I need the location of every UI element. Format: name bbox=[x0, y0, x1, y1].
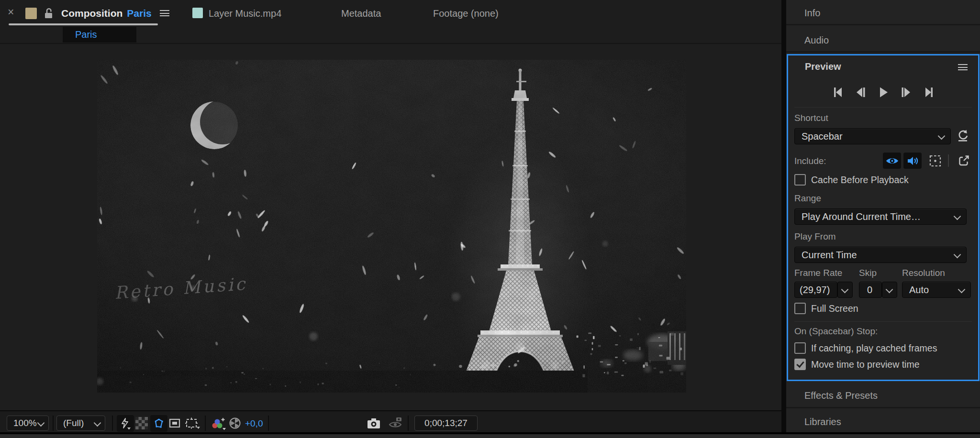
shortcut-value: Spacebar bbox=[802, 131, 843, 142]
viewer-toolbar: 100% (Full) bbox=[0, 410, 781, 435]
play-icon bbox=[877, 86, 890, 99]
close-panel-icon[interactable]: × bbox=[8, 6, 14, 18]
viewer-tab-strip: Paris bbox=[0, 27, 781, 44]
eye-icon bbox=[886, 156, 899, 165]
full-screen-checkbox[interactable] bbox=[794, 303, 806, 314]
composition-tab-name: Paris bbox=[127, 8, 151, 19]
libraries-label: Libraries bbox=[804, 416, 841, 427]
shortcut-dropdown[interactable]: Spacebar bbox=[794, 128, 951, 144]
timecode-field[interactable]: 0;00;13;27 bbox=[414, 416, 478, 431]
chevron-down-icon bbox=[954, 251, 961, 259]
tab-composition[interactable]: Composition Paris bbox=[61, 6, 169, 21]
noise-grain bbox=[97, 60, 686, 393]
composition-preview-image: Retro Music bbox=[97, 60, 686, 393]
region-of-interest-icon bbox=[168, 417, 181, 429]
range-value: Play Around Current Time… bbox=[802, 211, 921, 222]
after-effects-window: × Composition Paris Layer Music.mp4 Meta… bbox=[0, 0, 980, 438]
step-back-icon bbox=[855, 86, 867, 99]
chevron-down-icon bbox=[37, 419, 45, 427]
resolution-dropdown-preview[interactable]: Auto bbox=[902, 282, 971, 298]
checkerboard-icon bbox=[135, 417, 148, 429]
frame-rate-value: (29,97) bbox=[800, 285, 830, 295]
include-divider bbox=[948, 154, 949, 167]
unlock-icon[interactable] bbox=[44, 7, 54, 20]
mask-visibility-button[interactable] bbox=[150, 415, 167, 432]
step-forward-button[interactable] bbox=[900, 86, 912, 99]
reset-exposure-button[interactable] bbox=[229, 417, 241, 429]
fast-previews-button[interactable] bbox=[117, 415, 134, 432]
panel-libraries[interactable]: Libraries bbox=[786, 410, 980, 433]
include-label: Include: bbox=[794, 156, 826, 166]
layer-tab-label: Layer Music.mp4 bbox=[209, 8, 281, 19]
reset-preview-button[interactable] bbox=[957, 129, 970, 144]
info-panel-label: Info bbox=[804, 8, 820, 19]
cache-before-playback-checkbox[interactable] bbox=[794, 174, 806, 186]
tab-layer[interactable]: Layer Music.mp4 bbox=[209, 6, 281, 21]
panel-menu-icon[interactable] bbox=[160, 10, 169, 17]
go-to-start-button[interactable] bbox=[832, 86, 845, 99]
resolution-preview-value: Auto bbox=[909, 285, 929, 295]
panel-divider[interactable] bbox=[781, 0, 786, 438]
primary-viewer-button[interactable] bbox=[956, 153, 972, 169]
right-panel-stack: Info Audio Preview bbox=[786, 0, 980, 438]
panel-info[interactable]: Info bbox=[786, 0, 980, 25]
step-back-button[interactable] bbox=[855, 86, 867, 99]
magnification-value: 100% bbox=[13, 418, 37, 428]
transport-controls bbox=[788, 86, 978, 104]
play-button[interactable] bbox=[877, 86, 890, 99]
window-bottom-edge bbox=[0, 434, 980, 438]
region-of-interest-button[interactable] bbox=[168, 417, 181, 429]
skip-chevron-button[interactable] bbox=[882, 282, 897, 298]
resolution-value: (Full) bbox=[63, 418, 84, 428]
full-screen-label: Full Screen bbox=[811, 303, 858, 314]
magnification-dropdown[interactable]: 100% bbox=[7, 416, 49, 431]
camera-icon bbox=[367, 417, 381, 429]
range-label: Range bbox=[794, 193, 821, 204]
speaker-icon bbox=[907, 156, 919, 166]
layer-color-swatch bbox=[192, 8, 203, 18]
tab-footage[interactable]: Footage (none) bbox=[433, 6, 499, 21]
viewer-tab-paris[interactable]: Paris bbox=[63, 27, 136, 43]
grid-guides-button[interactable] bbox=[185, 417, 200, 429]
cache-before-playback-label: Cache Before Playback bbox=[811, 175, 909, 186]
move-time-label: Move time to preview time bbox=[811, 359, 920, 370]
include-video-button[interactable] bbox=[883, 153, 901, 169]
exposure-value[interactable]: +0,0 bbox=[245, 418, 263, 429]
on-stop-label: On (Spacebar) Stop: bbox=[794, 326, 878, 337]
composition-viewer[interactable]: Retro Music bbox=[0, 44, 781, 410]
range-dropdown[interactable]: Play Around Current Time… bbox=[794, 208, 967, 225]
channel-settings-button[interactable] bbox=[211, 417, 226, 430]
resolution-label: Resolution bbox=[902, 268, 945, 278]
play-from-value: Current Time bbox=[802, 250, 857, 260]
composition-color-swatch bbox=[25, 8, 37, 19]
if-caching-label: If caching, play cached frames bbox=[811, 343, 937, 354]
timecode-value: 0;00;13;27 bbox=[424, 418, 468, 428]
include-overlays-button[interactable] bbox=[927, 153, 943, 169]
audio-panel-label: Audio bbox=[804, 35, 829, 46]
chevron-down-icon bbox=[954, 213, 961, 220]
grid-guides-icon bbox=[185, 417, 200, 429]
move-time-checkbox[interactable] bbox=[794, 359, 806, 370]
show-snapshot-button[interactable] bbox=[389, 417, 402, 429]
panel-effects-presets[interactable]: Effects & Presets bbox=[786, 383, 980, 408]
skip-value-box[interactable]: 0 bbox=[859, 282, 882, 298]
resolution-dropdown[interactable]: (Full) bbox=[56, 416, 105, 431]
frame-rate-chevron-button[interactable] bbox=[837, 282, 853, 298]
effects-presets-label: Effects & Presets bbox=[804, 390, 878, 401]
lightning-icon bbox=[120, 417, 131, 430]
chevron-down-icon bbox=[886, 286, 893, 294]
tab-metadata[interactable]: Metadata bbox=[341, 6, 381, 21]
transparency-grid-button[interactable] bbox=[135, 417, 148, 429]
take-snapshot-button[interactable] bbox=[367, 417, 381, 429]
play-from-dropdown[interactable]: Current Time bbox=[794, 247, 967, 263]
snapshot-eye-icon bbox=[389, 417, 402, 429]
panel-audio[interactable]: Audio bbox=[786, 27, 980, 53]
go-to-end-button[interactable] bbox=[922, 86, 935, 99]
if-caching-checkbox[interactable] bbox=[794, 342, 806, 354]
preview-panel-menu-icon[interactable] bbox=[958, 64, 968, 71]
panel-preview: Preview bbox=[787, 54, 980, 381]
include-audio-button[interactable] bbox=[903, 153, 922, 169]
chevron-down-icon bbox=[94, 419, 101, 427]
frame-rate-label: Frame Rate bbox=[794, 268, 842, 278]
frame-rate-value-box[interactable]: (29,97) bbox=[794, 282, 837, 298]
